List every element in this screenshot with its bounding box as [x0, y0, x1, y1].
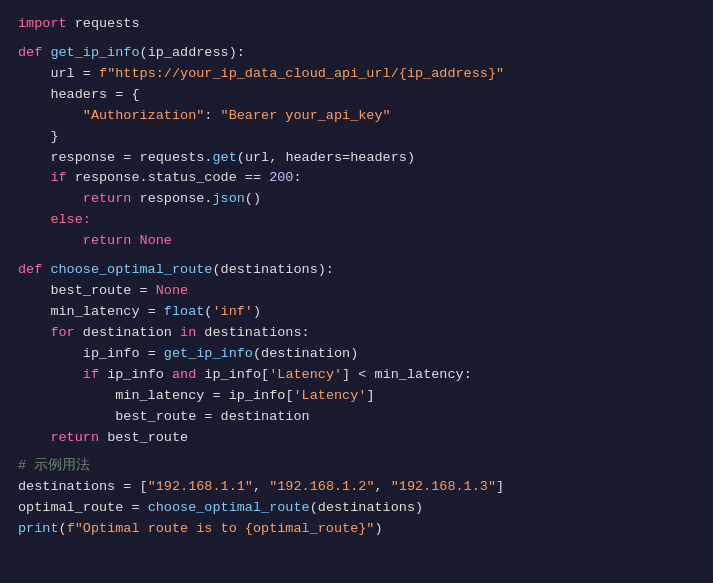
code-line-10: else: — [18, 210, 695, 231]
code-line-12: def choose_optimal_route(destinations): — [18, 260, 695, 281]
code-line-6: } — [18, 127, 695, 148]
code-line-20: return best_route — [18, 428, 695, 449]
code-line-19: best_route = destination — [18, 407, 695, 428]
code-line-22: destinations = ["192.168.1.1", "192.168.… — [18, 477, 695, 498]
blank-line-2 — [18, 252, 695, 260]
code-line-13: best_route = None — [18, 281, 695, 302]
code-line-23: optimal_route = choose_optimal_route(des… — [18, 498, 695, 519]
code-line-8: if response.status_code == 200: — [18, 168, 695, 189]
code-line-24: print(f"Optimal route is to {optimal_rou… — [18, 519, 695, 540]
code-line-17: if ip_info and ip_info['Latency'] < min_… — [18, 365, 695, 386]
code-line-2: def get_ip_info(ip_address): — [18, 43, 695, 64]
code-line-9: return response.json() — [18, 189, 695, 210]
code-editor: import requests def get_ip_info(ip_addre… — [0, 0, 713, 583]
code-line-11: return None — [18, 231, 695, 252]
code-line-1: import requests — [18, 14, 695, 35]
code-line-18: min_latency = ip_info['Latency'] — [18, 386, 695, 407]
blank-line-3 — [18, 448, 695, 456]
code-line-4: headers = { — [18, 85, 695, 106]
code-line-14: min_latency = float('inf') — [18, 302, 695, 323]
code-line-3: url = f"https://your_ip_data_cloud_api_u… — [18, 64, 695, 85]
code-line-16: ip_info = get_ip_info(destination) — [18, 344, 695, 365]
blank-line-1 — [18, 35, 695, 43]
code-line-5: "Authorization": "Bearer your_api_key" — [18, 106, 695, 127]
code-line-21: # 示例用法 — [18, 456, 695, 477]
code-line-15: for destination in destinations: — [18, 323, 695, 344]
code-line-7: response = requests.get(url, headers=hea… — [18, 148, 695, 169]
